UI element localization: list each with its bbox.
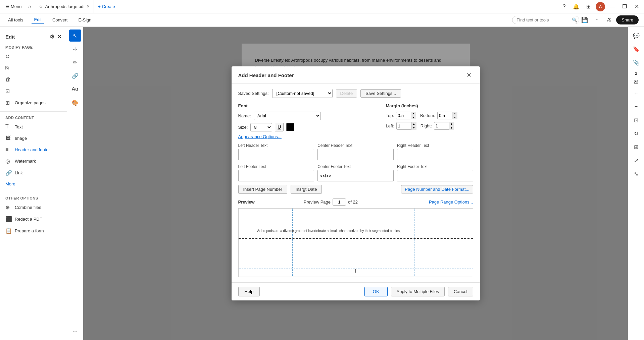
left-footer-input[interactable] (238, 170, 314, 181)
right-footer-input[interactable] (397, 170, 473, 181)
zoom-fullscreen-button[interactable]: ⤡ (630, 168, 642, 180)
tool-pen[interactable]: ✏ (69, 56, 81, 68)
sidebar-item-header-footer[interactable]: ≡ Header and footer (0, 144, 67, 155)
save-settings-button[interactable]: Save Settings... (360, 89, 401, 98)
center-footer-input[interactable] (317, 170, 394, 181)
underline-button[interactable]: U (275, 123, 284, 131)
sidebar-item-watermark[interactable]: ◎ Watermark (0, 155, 67, 167)
toolbar-edit[interactable]: Edit (32, 16, 44, 24)
tool-text-edit[interactable]: Aα (69, 83, 81, 95)
margin-right-decrement[interactable]: ▼ (449, 126, 454, 130)
sidebar-item-more[interactable]: More (0, 179, 67, 189)
bookmark-icon-button[interactable]: 🔖 (630, 43, 642, 55)
restore-button[interactable]: ❐ (620, 2, 629, 11)
saved-settings-select[interactable]: [Custom-not saved] (272, 89, 333, 98)
fit-page-button[interactable]: ⊡ (630, 114, 642, 126)
upload-icon[interactable]: ↑ (592, 15, 601, 25)
zoom-fit-button[interactable]: ⤢ (630, 154, 642, 166)
page-range-options-link[interactable]: Page Range Options... (429, 200, 473, 205)
sidebar-item-copy[interactable]: ⎘ (0, 62, 67, 74)
font-name-select[interactable]: Arial (254, 112, 321, 120)
appearance-options-link[interactable]: Appearance Options... (238, 134, 282, 139)
zoom-out-button[interactable]: − (630, 101, 642, 113)
margin-top-increment[interactable]: ▲ (411, 112, 416, 116)
sidebar-item-text[interactable]: T Text (0, 121, 67, 132)
tool-more-button[interactable]: ··· (69, 324, 81, 337)
close-sidebar-icon[interactable]: ✕ (57, 34, 61, 40)
right-header-col: Right Header Text (397, 143, 473, 160)
preview-total-pages: of 22 (348, 200, 358, 205)
ok-button[interactable]: OK (364, 287, 388, 296)
print-icon[interactable]: 🖨 (604, 15, 613, 25)
font-size-row: Size: 8 U (238, 123, 379, 131)
thumbnail-button[interactable]: ⊞ (630, 141, 642, 153)
modal-footer: Help OK Apply to Multiple Files Cancel (232, 282, 480, 300)
tool-color[interactable]: 🎨 (69, 97, 81, 109)
right-header-input[interactable] (397, 149, 473, 160)
margin-left-decrement[interactable]: ▼ (411, 126, 416, 130)
preview-bottom-dashed-v-left (292, 239, 293, 276)
insert-date-button[interactable]: Insrgt Date (291, 185, 322, 194)
attachment-icon-button[interactable]: 📎 (630, 56, 642, 68)
toolbar-search-area: 🔍 💾 ↑ 🖨 Share (512, 15, 639, 25)
gear-icon[interactable]: ⚙ (50, 34, 54, 40)
center-header-input[interactable] (317, 149, 394, 160)
margin-bottom-decrement[interactable]: ▼ (452, 116, 457, 120)
font-color-picker[interactable] (286, 123, 294, 131)
rotate-button[interactable]: ↻ (630, 127, 642, 139)
close-button[interactable]: ✕ (632, 2, 641, 11)
share-button[interactable]: Share (616, 15, 639, 24)
margin-right-increment[interactable]: ▲ (449, 122, 454, 126)
toolbar-all-tools[interactable]: All tools (5, 16, 26, 24)
notification-icon-button[interactable]: 🔔 (572, 2, 581, 11)
menu-button[interactable]: ☰ Menu (3, 3, 24, 10)
modal-close-button[interactable]: ✕ (465, 71, 473, 79)
delete-settings-button[interactable]: Delete (336, 89, 357, 98)
search-input[interactable] (512, 16, 579, 24)
save-cloud-icon[interactable]: 💾 (580, 15, 589, 25)
tool-link[interactable]: 🔗 (69, 70, 81, 82)
home-icon: ⌂ (29, 4, 31, 9)
preview-bottom-dashed-v-right (414, 239, 414, 276)
pen-icon: ✏ (73, 59, 77, 66)
font-size-select[interactable]: 8 (250, 123, 272, 131)
toolbar-esign[interactable]: E-Sign (76, 16, 94, 24)
sidebar-item-organize[interactable]: ⊞ Organize pages (0, 97, 67, 109)
tab-title: Arthropods large.pdf (45, 4, 85, 9)
help-icon-button[interactable]: ? (559, 2, 569, 11)
preview-page-input[interactable] (333, 199, 346, 206)
margin-left-increment[interactable]: ▲ (411, 122, 416, 126)
zoom-in-button[interactable]: + (630, 87, 642, 99)
home-button[interactable]: ⌂ (26, 3, 34, 10)
minimize-button[interactable]: — (608, 2, 617, 11)
margin-bottom-increment[interactable]: ▲ (452, 112, 457, 116)
tab-close-button[interactable]: ✕ (87, 4, 90, 9)
margin-top-decrement[interactable]: ▼ (411, 116, 416, 120)
comment-icon-button[interactable]: 💬 (630, 30, 642, 42)
help-button[interactable]: Help (238, 287, 260, 296)
sidebar-item-delete[interactable]: 🗑 (0, 74, 67, 85)
sidebar-item-form[interactable]: 📋 Prepare a form (0, 225, 67, 237)
apply-multiple-button[interactable]: Apply to Multiple Files (391, 287, 445, 296)
star-icon: ☆ (39, 4, 43, 9)
cancel-button[interactable]: Cancel (448, 287, 473, 296)
left-header-input[interactable] (238, 149, 314, 160)
insert-page-number-button[interactable]: Insert Page Number (238, 185, 287, 194)
sidebar-item-undo[interactable]: ↺ (0, 51, 67, 62)
apps-icon-button[interactable]: ⊞ (584, 2, 593, 11)
sidebar-item-image[interactable]: 🖼 Image (0, 132, 67, 144)
tool-select[interactable]: ↖ (69, 30, 81, 42)
toolbar-convert[interactable]: Convert (50, 16, 70, 24)
active-tab[interactable]: ☆ Arthropods large.pdf ✕ (35, 0, 94, 13)
avatar-button[interactable]: A (596, 2, 605, 11)
content-area: Diverse Lifestyles: Arthropods occupy va… (83, 27, 628, 340)
sidebar-item-combine[interactable]: ⊕ Combine files (0, 202, 67, 213)
new-tab-button[interactable]: + Create (94, 3, 119, 10)
margin-bottom-field: Bottom: ▲ ▼ (420, 112, 457, 119)
sidebar-item-link[interactable]: 🔗 Link (0, 167, 67, 179)
page-number-date-format-link[interactable]: Page Number and Date Format... (401, 185, 473, 193)
tool-select-object[interactable]: ⊹ (69, 43, 81, 55)
sidebar-item-crop[interactable]: ⊡ (0, 85, 67, 97)
sidebar-item-redact[interactable]: ⬛ Redact a PDF (0, 213, 67, 225)
insert-buttons-row: Insert Page Number Insrgt Date Page Numb… (238, 185, 473, 194)
